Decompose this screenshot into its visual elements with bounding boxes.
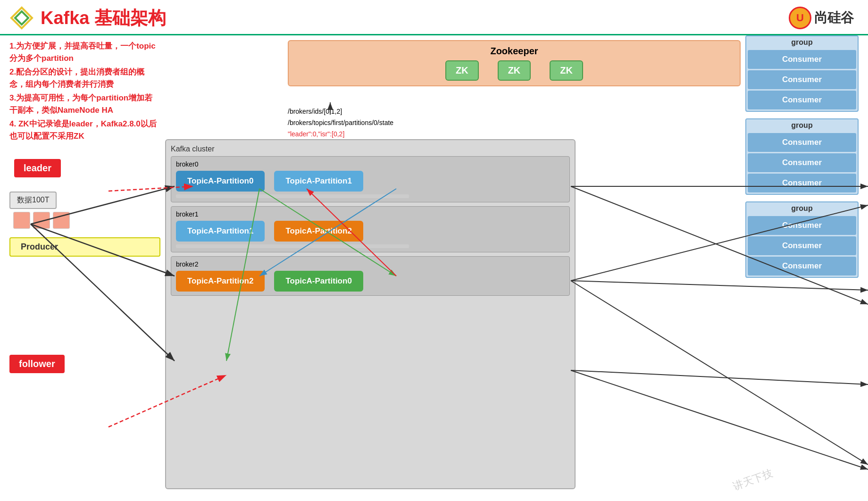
consumer-1-2: Consumer bbox=[748, 70, 856, 89]
left-column: 1.为方便扩展，并提高吞吐量，一个topic分为多个partition 2.配合… bbox=[9, 40, 160, 494]
brand-logo: U 尚硅谷 bbox=[789, 7, 854, 29]
zk-node-2: ZK bbox=[498, 60, 531, 81]
zk-path-3: "leader":0,"isr":[0,2] bbox=[288, 129, 393, 140]
broker1-label: broker1 bbox=[176, 210, 565, 218]
zookeeper-title: Zookeeper bbox=[298, 46, 730, 57]
brand-icon: U bbox=[789, 7, 811, 29]
zk-path-2: /brokers/topics/first/partitions/0/state bbox=[288, 117, 393, 129]
broker1-partition1: TopicA-Partition2 bbox=[274, 221, 363, 242]
broker1-partition0: TopicA-Partition1 bbox=[176, 221, 265, 242]
consumer-2-2: Consumer bbox=[748, 153, 856, 172]
consumer-3-3: Consumer bbox=[748, 257, 856, 276]
kafka-cluster: Kafka cluster broker0 TopicA-Partition0 … bbox=[165, 139, 576, 489]
kafka-cluster-label: Kafka cluster bbox=[171, 145, 570, 153]
page-title: Kafka 基础架构 bbox=[41, 6, 166, 30]
middle-column: Zookeeper ZK ZK ZK /brokers/ids/[0,1,2] … bbox=[165, 40, 741, 494]
consumer-3-2: Consumer bbox=[748, 236, 856, 255]
right-column: group Consumer Consumer Consumer group C… bbox=[745, 35, 859, 494]
broker2-box: broker2 TopicA-Partition2 TopicA-Partiti… bbox=[171, 256, 570, 296]
broker0-label: broker0 bbox=[176, 160, 565, 168]
consumer-group-2: group Consumer Consumer Consumer bbox=[745, 118, 859, 195]
content-area: 1.为方便扩展，并提高吞吐量，一个topic分为多个partition 2.配合… bbox=[0, 35, 868, 499]
broker0-partition0: TopicA-Partition0 bbox=[176, 171, 265, 192]
leader-badge: leader bbox=[14, 159, 61, 177]
consumer-2-1: Consumer bbox=[748, 133, 856, 152]
broker0-partition1: TopicA-Partition1 bbox=[274, 171, 363, 192]
data-squares bbox=[13, 212, 70, 229]
zk-nodes: ZK ZK ZK bbox=[298, 60, 730, 81]
broker0-box: broker0 TopicA-Partition0 TopicA-Partiti… bbox=[171, 156, 570, 202]
producer-box: Producer bbox=[9, 237, 160, 257]
brand-name: 尚硅谷 bbox=[814, 9, 854, 27]
consumer-1-1: Consumer bbox=[748, 50, 856, 69]
broker0-partitions: TopicA-Partition0 TopicA-Partition1 bbox=[176, 171, 565, 192]
zookeeper-area: Zookeeper ZK ZK ZK bbox=[288, 40, 741, 86]
group-1-label: group bbox=[746, 36, 858, 49]
broker2-partitions: TopicA-Partition2 TopicA-Partition0 bbox=[176, 271, 565, 292]
data-square-3 bbox=[53, 212, 70, 229]
note-1: 1.为方便扩展，并提高吞吐量，一个topic分为多个partition bbox=[9, 40, 160, 64]
consumer-1-3: Consumer bbox=[748, 91, 856, 109]
zk-paths: /brokers/ids/[0,1,2] /brokers/topics/fir… bbox=[288, 106, 393, 140]
group-3-label: group bbox=[746, 202, 858, 215]
broker2-partition1: TopicA-Partition0 bbox=[274, 271, 363, 292]
consumer-2-3: Consumer bbox=[748, 174, 856, 192]
broker1-box: broker1 TopicA-Partition1 TopicA-Partiti… bbox=[171, 206, 570, 252]
data-label: 数据100T bbox=[9, 192, 57, 209]
zk-node-1: ZK bbox=[445, 60, 479, 81]
data-square-2 bbox=[33, 212, 50, 229]
header: Kafka 基础架构 U 尚硅谷 bbox=[0, 0, 868, 35]
zk-path-1: /brokers/ids/[0,1,2] bbox=[288, 106, 393, 117]
header-left: Kafka 基础架构 bbox=[9, 6, 166, 30]
note-3: 3.为提高可用性，为每个partition增加若干副本，类似NameNode H… bbox=[9, 92, 160, 116]
data-section: 数据100T bbox=[9, 192, 160, 229]
follower-badge: follower bbox=[9, 355, 65, 373]
consumer-group-3: group Consumer Consumer Consumer bbox=[745, 201, 859, 278]
broker2-label: broker2 bbox=[176, 260, 565, 268]
zk-node-3: ZK bbox=[550, 60, 583, 81]
group-2-label: group bbox=[746, 119, 858, 132]
consumer-group-1: group Consumer Consumer Consumer bbox=[745, 35, 859, 112]
broker2-partition0: TopicA-Partition2 bbox=[176, 271, 265, 292]
note-2: 2.配合分区的设计，提出消费者组的概念，组内每个消费者并行消费 bbox=[9, 66, 160, 90]
notes-section: 1.为方便扩展，并提高吞吐量，一个topic分为多个partition 2.配合… bbox=[9, 40, 160, 142]
kafka-logo-icon bbox=[9, 6, 34, 30]
data-square-1 bbox=[13, 212, 30, 229]
note-4: 4. ZK中记录谁是leader，Kafka2.8.0以后也可以配置不采用ZK bbox=[9, 118, 160, 142]
broker1-partitions: TopicA-Partition1 TopicA-Partition2 bbox=[176, 221, 565, 242]
consumer-3-1: Consumer bbox=[748, 216, 856, 235]
